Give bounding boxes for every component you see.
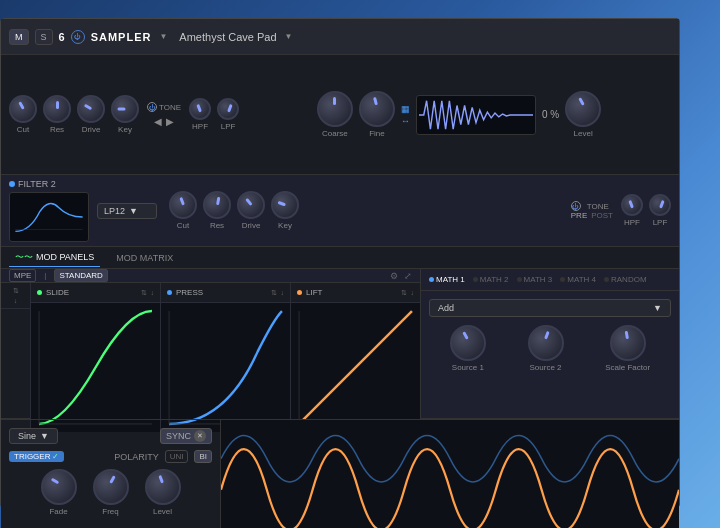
hpf-knob[interactable]: HPF <box>189 98 211 131</box>
mpe-settings-icon[interactable]: ⚙ <box>390 271 398 281</box>
math-header: MATH 1 MATH 2 MATH 3 MATH 4 RANDOM <box>421 269 679 291</box>
slide-icon[interactable]: ⇅ <box>141 289 147 297</box>
press-curve <box>161 303 290 432</box>
coarse-knob[interactable]: Coarse <box>317 91 353 138</box>
m-badge[interactable]: M <box>9 29 29 45</box>
synth-main-row: Cut Res Drive Key ⏻ TONE ◀ ▶ <box>1 55 679 175</box>
drive-knob-circle[interactable] <box>77 95 105 123</box>
mpe-expand-icon[interactable]: ⤢ <box>404 271 412 281</box>
slide-icon2[interactable]: ↓ <box>151 289 155 296</box>
math-body: Add ▼ Source 1 Source 2 Scale Factor <box>421 291 679 418</box>
press-icon[interactable]: ⇅ <box>271 289 277 297</box>
standard-badge[interactable]: STANDARD <box>54 269 107 282</box>
bi-badge[interactable]: BI <box>194 450 212 463</box>
f2-hpf-knob[interactable]: HPF <box>621 194 643 227</box>
tab-mod-panels[interactable]: 〜〜 MOD PANELS <box>9 249 100 267</box>
filter-type-dropdown[interactable]: LP12 ▼ <box>97 203 157 219</box>
s-badge[interactable]: S <box>35 29 53 45</box>
drive-knob[interactable]: Drive <box>77 95 105 134</box>
lfo-knobs-row: Fade Freq Level <box>9 469 212 516</box>
res-knob[interactable]: Res <box>43 95 71 134</box>
cut-label: Cut <box>17 125 29 134</box>
preset-dropdown-arrow[interactable]: ▼ <box>285 32 293 41</box>
math-section: MATH 1 MATH 2 MATH 3 MATH 4 RANDOM <box>421 269 679 418</box>
lift-col: LIFT ⇅ ↓ <box>291 283 420 432</box>
sync-badge[interactable]: SYNC ✕ <box>160 428 212 444</box>
sync-x-button[interactable]: ✕ <box>194 430 206 442</box>
lfo-level-knob[interactable]: Level <box>145 469 181 516</box>
lift-icon2[interactable]: ↓ <box>411 289 415 296</box>
filter2-label: FILTER 2 <box>9 179 89 189</box>
f2-drive-knob[interactable]: Drive <box>237 191 265 230</box>
math1-tab[interactable]: MATH 1 <box>429 275 465 284</box>
polarity-label: POLARITY <box>114 452 159 462</box>
res-knob-circle[interactable] <box>43 95 71 123</box>
slide-col1: ⇅ ↓ <box>1 283 31 432</box>
lift-dot <box>297 290 302 295</box>
waveform-dropdown[interactable]: Sine ▼ <box>9 428 58 444</box>
tone-section: ⏻ TONE PRE POST <box>571 201 613 220</box>
tab-mod-matrix[interactable]: MOD MATRIX <box>110 251 179 265</box>
key-knob-circle[interactable] <box>111 95 139 123</box>
tone-power[interactable]: ⏻ <box>147 102 157 112</box>
press-icon2[interactable]: ↓ <box>281 289 285 296</box>
level-main-knob[interactable]: Level <box>565 91 601 138</box>
freq-knob[interactable]: Freq <box>93 469 129 516</box>
mpe-section: MPE | STANDARD ⚙ ⤢ ⇅ ↓ <box>1 269 421 418</box>
lfo-controls: Sine ▼ SYNC ✕ TRIGGER ✓ POLARITY <box>1 420 221 528</box>
lfo-wave-display <box>221 420 679 528</box>
key-label: Key <box>118 125 132 134</box>
filter-curve <box>9 192 89 242</box>
cut-knob[interactable]: Cut <box>9 95 37 134</box>
slide-dot <box>37 290 42 295</box>
random-tab[interactable]: RANDOM <box>604 275 647 284</box>
mpe-curves: ⇅ ↓ SLIDE ⇅ ↓ <box>1 283 420 432</box>
slide-header: SLIDE ⇅ ↓ <box>31 283 160 303</box>
trigger-badge[interactable]: TRIGGER ✓ <box>9 451 64 462</box>
slide-icon2[interactable]: ↓ <box>14 297 18 304</box>
press-dot <box>167 290 172 295</box>
f2-tone-label: TONE <box>587 202 609 211</box>
waveform-dropdown-arrow: ▼ <box>40 431 49 441</box>
sampler-dropdown-arrow[interactable]: ▼ <box>159 32 167 41</box>
mpe-badge[interactable]: MPE <box>9 269 36 282</box>
percent-display: 0 % <box>542 109 559 120</box>
lift-curve <box>291 303 420 432</box>
drive-label: Drive <box>82 125 101 134</box>
lift-header: LIFT ⇅ ↓ <box>291 283 420 303</box>
arrow-right[interactable]: ▶ <box>166 116 174 127</box>
operation-dropdown[interactable]: Add ▼ <box>429 299 671 317</box>
f2-tone-power[interactable]: ⏻ <box>571 201 581 211</box>
cut-knob-circle[interactable] <box>9 95 37 123</box>
tone-label: TONE <box>159 103 181 112</box>
math-knobs-row: Source 1 Source 2 Scale Factor <box>429 325 671 372</box>
f2-key-knob[interactable]: Key <box>271 191 299 230</box>
waveform-display <box>416 95 536 135</box>
fine-knob[interactable]: Fine <box>359 91 395 138</box>
slide-curve <box>31 303 160 432</box>
lift-icon[interactable]: ⇅ <box>401 289 407 297</box>
pre-post-toggle[interactable]: PRE POST <box>571 211 613 220</box>
math4-tab[interactable]: MATH 4 <box>560 275 596 284</box>
preset-name: Amethyst Cave Pad <box>179 31 276 43</box>
fade-knob[interactable]: Fade <box>41 469 77 516</box>
math2-tab[interactable]: MATH 2 <box>473 275 509 284</box>
scale-factor-knob[interactable]: Scale Factor <box>605 325 650 372</box>
source2-knob[interactable]: Source 2 <box>528 325 564 372</box>
uni-badge[interactable]: UNI <box>165 450 189 463</box>
math3-tab[interactable]: MATH 3 <box>517 275 553 284</box>
source1-knob[interactable]: Source 1 <box>450 325 486 372</box>
arrow-left[interactable]: ◀ <box>154 116 162 127</box>
lpf-knob[interactable]: LPF <box>217 98 239 131</box>
key-knob[interactable]: Key <box>111 95 139 134</box>
power-button[interactable]: ⏻ <box>71 30 85 44</box>
f2-lpf-knob[interactable]: LPF <box>649 194 671 227</box>
operation-dropdown-arrow: ▼ <box>653 303 662 313</box>
trigger-check-icon: ✓ <box>52 452 59 461</box>
slide-icon1[interactable]: ⇅ <box>13 287 19 295</box>
lfo-section: LFO 1 LFO 2 LFO 3 LFO 4 LFO 5 MULTI-MOD … <box>1 419 679 528</box>
press-col: PRESS ⇅ ↓ <box>161 283 291 432</box>
f2-res-knob[interactable]: Res <box>203 191 231 230</box>
f2-cut-knob[interactable]: Cut <box>169 191 197 230</box>
sampler-label: SAMPLER <box>91 31 152 43</box>
